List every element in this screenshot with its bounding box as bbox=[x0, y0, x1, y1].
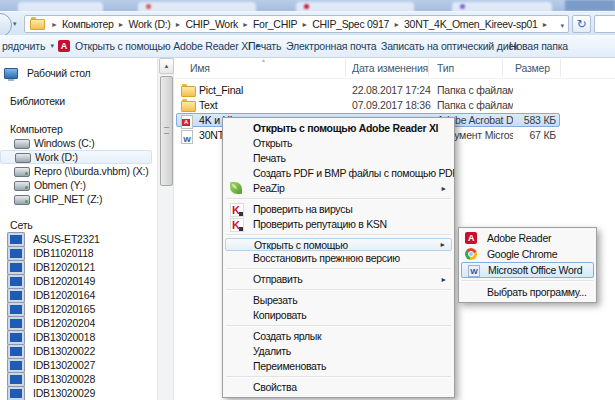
sidebar-scrollbar[interactable]: ▲ bbox=[157, 58, 174, 400]
column-separator[interactable] bbox=[560, 59, 561, 77]
network-drive-icon bbox=[14, 195, 30, 205]
new-folder-button[interactable]: Новая папка bbox=[509, 40, 568, 52]
column-separator[interactable] bbox=[428, 59, 429, 77]
sidebar-item-network-pc[interactable]: IDB13020029 bbox=[0, 386, 156, 400]
menu-separator bbox=[226, 198, 451, 200]
breadcrumb-item-chip-work[interactable]: CHIP_Work bbox=[186, 18, 239, 30]
search-input[interactable] bbox=[594, 15, 615, 33]
menu-separator bbox=[226, 268, 451, 270]
file-row-text[interactable]: Text 07.09.2017 18:36 Папка с файлами bbox=[175, 98, 615, 113]
submenu-item-google-chrome[interactable]: Google Chrome bbox=[459, 246, 596, 262]
refresh-button[interactable]: ↻ bbox=[572, 15, 591, 33]
organize-button[interactable]: рядочить ▼ bbox=[2, 40, 55, 52]
sidebar-item-network-pc[interactable]: IDB12020121 bbox=[0, 260, 156, 274]
submenu-arrow-icon: ► bbox=[440, 272, 447, 287]
submenu-item-adobe-reader[interactable]: Adobe Reader bbox=[459, 230, 596, 246]
menu-item-delete[interactable]: Удалить bbox=[223, 344, 454, 359]
menu-item-scan-for-viruses[interactable]: Проверить на вирусы bbox=[223, 202, 454, 217]
breadcrumb-item-folder[interactable]: 30NT_4K_Omen_Kireev-sp01 bbox=[404, 18, 537, 30]
new-folder-label: Новая папка bbox=[509, 40, 568, 52]
sort-arrow-icon: ▲ bbox=[261, 57, 266, 63]
scrollbar-grip bbox=[164, 127, 169, 134]
burn-disc-button[interactable]: Записать на оптический диск bbox=[381, 40, 518, 52]
sidebar-item-network-pc[interactable]: IDB11020118 bbox=[0, 246, 156, 260]
breadcrumb[interactable]: Компьютер Work (D:) CHIP_Work For_CHIP C… bbox=[24, 15, 569, 33]
file-name: Text bbox=[199, 98, 217, 113]
menu-item-print[interactable]: Печать bbox=[223, 151, 454, 166]
sidebar-item-network-pc[interactable]: IDB13020022 bbox=[0, 344, 156, 358]
scrollbar-thumb[interactable] bbox=[160, 76, 173, 186]
file-row-pict-final[interactable]: Pict_Final 22.08.2017 17:24 Папка с файл… bbox=[175, 83, 615, 98]
menu-item-peazip[interactable]: PeaZip► bbox=[223, 181, 454, 196]
background-tab-favicon bbox=[460, 4, 465, 9]
computer-icon bbox=[8, 275, 24, 288]
chrome-icon bbox=[465, 248, 477, 260]
submenu-item-choose-program[interactable]: Выбрать программу... bbox=[459, 284, 596, 300]
menu-item-create-pdf-bmp[interactable]: Создать PDF и BMP файлы с помощью PDFCre… bbox=[223, 166, 454, 181]
sidebar-item-drive-d[interactable]: Work (D:) bbox=[0, 150, 152, 164]
column-separator[interactable] bbox=[345, 59, 346, 77]
file-type: Папка с файлами bbox=[437, 98, 513, 113]
sidebar-item-network-pc[interactable]: IDB12020164 bbox=[0, 288, 156, 302]
folder-icon bbox=[181, 86, 196, 97]
history-chevron-icon[interactable]: ▾ bbox=[13, 20, 17, 28]
address-dropdown-icon[interactable]: ▾ bbox=[560, 22, 564, 30]
background-tab-favicon bbox=[304, 4, 309, 9]
sidebar-item-libraries[interactable]: Библиотеки bbox=[0, 94, 156, 108]
sidebar-item-drive-x[interactable]: Repro (\\burda.vhbm) (X:) bbox=[0, 164, 156, 178]
sidebar-item-computer[interactable]: Компьютер bbox=[0, 122, 156, 136]
submenu-item-microsoft-office-word[interactable]: Microsoft Office Word bbox=[461, 262, 594, 278]
column-header-date[interactable]: Дата изменения bbox=[352, 62, 428, 74]
file-size: 67 КБ bbox=[475, 128, 556, 143]
menu-item-check-reputation-ksn[interactable]: Проверить репутацию в KSN bbox=[223, 217, 454, 232]
breadcrumb-arrow-icon bbox=[51, 21, 58, 28]
context-menu: Открыть с помощью Adobe Reader XI Открыт… bbox=[222, 117, 455, 398]
sidebar-item-desktop[interactable]: Рабочий стол bbox=[0, 66, 156, 80]
breadcrumb-arrow-icon bbox=[301, 21, 308, 28]
breadcrumb-item-chip-spec[interactable]: CHIP_Spec 0917 bbox=[312, 18, 389, 30]
menu-item-send-to[interactable]: Отправить► bbox=[223, 272, 454, 287]
sidebar-item-network-pc[interactable]: IDB13020028 bbox=[0, 372, 156, 386]
desktop-icon bbox=[4, 68, 18, 79]
menu-item-properties[interactable]: Свойства bbox=[223, 380, 454, 395]
open-with-adobe-button[interactable]: Открыть с помощью Adobe Reader XI ▼ bbox=[58, 40, 261, 52]
sidebar-item-network-pc[interactable]: IDB13020027 bbox=[0, 358, 156, 372]
column-header-name[interactable]: Имя bbox=[190, 62, 210, 74]
scroll-up-icon[interactable]: ▲ bbox=[159, 58, 174, 74]
computer-icon bbox=[8, 345, 24, 358]
sidebar-item-drive-y[interactable]: Obmen (Y:) bbox=[0, 178, 156, 192]
menu-item-copy[interactable]: Копировать bbox=[223, 308, 454, 323]
email-button[interactable]: Электронная почта bbox=[286, 40, 376, 52]
menu-item-cut[interactable]: Вырезать bbox=[223, 293, 454, 308]
sidebar-item-network-pc[interactable]: IDB12020165 bbox=[0, 302, 156, 316]
column-header-size[interactable]: Размер bbox=[515, 62, 550, 74]
menu-item-create-shortcut[interactable]: Создать ярлык bbox=[223, 329, 454, 344]
print-label: Печать bbox=[248, 40, 281, 52]
menu-item-open-with[interactable]: Открыть с помощью► bbox=[225, 238, 452, 251]
column-separator[interactable] bbox=[502, 59, 503, 77]
menu-separator bbox=[226, 325, 451, 327]
column-header-type[interactable]: Тип bbox=[437, 62, 454, 74]
sidebar-item-network-pc[interactable]: IDB12020149 bbox=[0, 274, 156, 288]
sidebar-item-network-pc[interactable]: IDB12020204 bbox=[0, 316, 156, 330]
folder-icon bbox=[30, 19, 45, 30]
sidebar-item-network-pc[interactable]: ASUS-ET2321 bbox=[0, 232, 156, 246]
menu-item-restore-previous-version[interactable]: Восстановить прежнюю версию bbox=[223, 251, 454, 266]
print-button[interactable]: Печать bbox=[248, 40, 281, 52]
back-button[interactable] bbox=[0, 13, 12, 37]
peazip-icon bbox=[230, 182, 242, 194]
sidebar-item-network-pc[interactable]: IDB13020018 bbox=[0, 330, 156, 344]
sidebar-item-network[interactable]: Сеть bbox=[0, 218, 156, 232]
menu-item-open[interactable]: Открыть bbox=[223, 136, 454, 151]
sidebar-item-drive-c[interactable]: Windows (C:) bbox=[0, 136, 156, 150]
breadcrumb-item-computer[interactable]: Компьютер bbox=[62, 18, 114, 30]
computer-icon bbox=[8, 373, 24, 386]
menu-item-rename[interactable]: Переименовать bbox=[223, 359, 454, 374]
menu-item-open-with-adobe-reader[interactable]: Открыть с помощью Adobe Reader XI bbox=[223, 120, 454, 136]
open-with-label: Открыть с помощью Adobe Reader XI bbox=[75, 40, 251, 52]
breadcrumb-item-work-d[interactable]: Work (D:) bbox=[129, 18, 171, 30]
sidebar-item-drive-z[interactable]: CHIP_NET (Z:) bbox=[0, 192, 156, 206]
menu-separator bbox=[226, 376, 451, 378]
breadcrumb-item-for-chip[interactable]: For_CHIP bbox=[253, 18, 297, 30]
background-tabs-blur bbox=[0, 0, 615, 11]
